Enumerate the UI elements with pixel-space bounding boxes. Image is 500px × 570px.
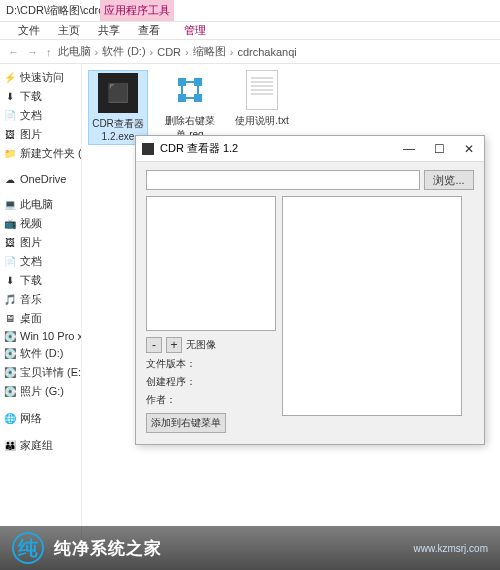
sidebar-item-drive-g[interactable]: 💽照片 (G:) [0,382,81,401]
sidebar-item-documents2[interactable]: 📄文档 [0,252,81,271]
nav-back-icon[interactable]: ← [6,46,21,58]
path-input[interactable] [146,170,420,190]
sidebar-item-drive-c[interactable]: 💽Win 10 Pro x64 (… [0,328,81,344]
homegroup-icon: 👪 [4,440,16,452]
star-icon: ⚡ [4,72,16,84]
chevron-icon: › [230,46,234,58]
folder-icon: 📁 [4,148,16,160]
txt-icon [246,70,278,110]
chevron-icon: › [150,46,154,58]
sidebar-item-thispc[interactable]: 💻此电脑 [0,195,81,214]
crumb-1[interactable]: 软件 (D:) [102,44,145,59]
crumb-3[interactable]: 缩略图 [193,44,226,59]
ribbon-context: 应用程序工具 [100,0,174,21]
watermark-footer: 纯 纯净系统之家 www.kzmsrj.com [0,526,500,570]
menu-home[interactable]: 主页 [58,23,80,38]
menu-file[interactable]: 文件 [18,23,40,38]
network-icon: 🌐 [4,413,16,425]
dialog-title: CDR 查看器 1.2 [160,141,238,156]
download-icon: ⬇ [4,91,16,103]
sidebar-item-drive-e[interactable]: 💽宝贝详情 (E:) [0,363,81,382]
drive-icon: 💽 [4,330,16,342]
sidebar-item-documents[interactable]: 📄文档 [0,106,81,125]
chevron-icon: › [185,46,189,58]
file-list-panel[interactable] [146,196,276,331]
sidebar-item-homegroup[interactable]: 👪家庭组 [0,436,81,455]
nav-up-icon[interactable]: ↑ [44,46,54,58]
drive-icon: 💽 [4,348,16,360]
crumb-4[interactable]: cdrchakanqi [237,46,296,58]
preview-panel [282,196,462,416]
file-label: 使用说明.txt [232,114,292,128]
creator-label: 创建程序： [146,375,276,389]
address-bar[interactable]: ← → ↑ 此电脑› 软件 (D:)› CDR› 缩略图› cdrchakanq… [0,40,500,64]
cdr-viewer-dialog: CDR 查看器 1.2 — ☐ ✕ 浏览... - + 无图像 文件版本： [135,135,485,445]
pc-icon: 💻 [4,199,16,211]
minimize-button[interactable]: — [394,136,424,162]
picture-icon: 🖼 [4,129,16,141]
menu-share[interactable]: 共享 [98,23,120,38]
sidebar-item-downloads[interactable]: ⬇下载 [0,87,81,106]
download-icon: ⬇ [4,275,16,287]
document-icon: 📄 [4,110,16,122]
sidebar-item-drive-d[interactable]: 💽软件 (D:) [0,344,81,363]
author-label: 作者： [146,393,276,407]
drive-icon: 💽 [4,367,16,379]
sidebar-item-pictures[interactable]: 🖼图片 [0,125,81,144]
sidebar-item-downloads2[interactable]: ⬇下载 [0,271,81,290]
sidebar-item-newfolder[interactable]: 📁新建文件夹 (B) [0,144,81,163]
no-image-label: 无图像 [186,338,216,352]
picture-icon: 🖼 [4,237,16,249]
menu-view[interactable]: 查看 [138,23,160,38]
menubar: 文件 主页 共享 查看 管理 [0,22,500,40]
chevron-icon: › [95,46,99,58]
file-item-exe[interactable]: ⬛ CDR查看器1.2.exe [88,70,148,145]
app-icon [142,143,154,155]
file-item-reg[interactable]: 删除右键菜单.reg [160,70,220,145]
nav-forward-icon[interactable]: → [25,46,40,58]
music-icon: 🎵 [4,294,16,306]
sidebar-item-music[interactable]: 🎵音乐 [0,290,81,309]
file-version-label: 文件版本： [146,357,276,371]
sidebar-item-onedrive[interactable]: ☁OneDrive [0,171,81,187]
drive-icon: 💽 [4,386,16,398]
brand-name: 纯净系统之家 [54,537,162,560]
explorer-titlebar: D:\CDR\缩略图\cdrchakanqi 应用程序工具 [0,0,500,22]
brand-url: www.kzmsrj.com [414,543,488,554]
brand-logo-icon: 纯 [12,532,44,564]
file-item-txt[interactable]: 使用说明.txt [232,70,292,145]
close-button[interactable]: ✕ [454,136,484,162]
desktop-icon: 🖥 [4,313,16,325]
video-icon: 📺 [4,218,16,230]
sidebar-item-pictures2[interactable]: 🖼图片 [0,233,81,252]
add-context-menu-button[interactable]: 添加到右键菜单 [146,413,226,433]
ribbon-context-tab[interactable]: 管理 [184,23,206,38]
crumb-0[interactable]: 此电脑 [58,44,91,59]
zoom-in-button[interactable]: + [166,337,182,353]
zoom-out-button[interactable]: - [146,337,162,353]
document-icon: 📄 [4,256,16,268]
exe-icon: ⬛ [98,73,138,113]
browse-button[interactable]: 浏览... [424,170,474,190]
sidebar-item-quickaccess[interactable]: ⚡快速访问 [0,68,81,87]
dialog-titlebar[interactable]: CDR 查看器 1.2 — ☐ ✕ [136,136,484,162]
sidebar-item-network[interactable]: 🌐网络 [0,409,81,428]
maximize-button[interactable]: ☐ [424,136,454,162]
sidebar-item-desktop[interactable]: 🖥桌面 [0,309,81,328]
ribbon-context-group[interactable]: 应用程序工具 [100,0,174,21]
cloud-icon: ☁ [4,173,16,185]
sidebar-item-videos[interactable]: 📺视频 [0,214,81,233]
crumb-2[interactable]: CDR [157,46,181,58]
reg-icon [170,70,210,110]
nav-pane: ⚡快速访问 ⬇下载 📄文档 🖼图片 📁新建文件夹 (B) ☁OneDrive 💻… [0,64,82,544]
